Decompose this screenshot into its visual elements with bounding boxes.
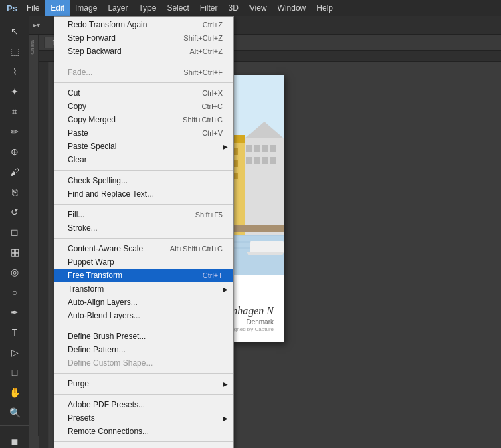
menu-item-step-forward[interactable]: Step Forward Shift+Ctrl+Z [54, 31, 233, 45]
edit-dropdown-menu: Redo Transform Again Ctrl+Z Step Forward… [54, 16, 234, 448]
menu-item-adobe-pdf-presets[interactable]: Adobe PDF Presets... [54, 398, 233, 411]
menu-image[interactable]: Image [70, 0, 102, 16]
menu-item-color-settings[interactable]: Color Settings... Shift+Ctrl+K [54, 445, 233, 448]
menu-item-presets[interactable]: Presets ▶ [54, 411, 233, 425]
zoom-tool[interactable]: 🔍 [0, 403, 29, 423]
svg-rect-73 [270, 157, 276, 164]
menu-section-color: Color Settings... Shift+Ctrl+K Assign Pr… [54, 444, 233, 448]
svg-rect-67 [254, 145, 260, 152]
lasso-tool[interactable]: ⌇ [0, 62, 29, 82]
menu-item-define-pattern[interactable]: Define Pattern... [54, 343, 233, 356]
toolbar: ↖ ⬚ ⌇ ✦ ⌗ ✏ ⊕ 🖌 ⎘ ↺ ◻ ▦ ◎ ○ ✒ T ▷ □ ✋ 🔍 … [0, 16, 29, 448]
brush-tool[interactable]: 🖌 [0, 162, 29, 182]
blur-tool[interactable]: ◎ [0, 262, 29, 282]
hand-tool[interactable]: ✋ [0, 382, 29, 403]
quick-select-tool[interactable]: ✦ [0, 82, 29, 102]
svg-rect-70 [246, 157, 252, 164]
menu-item-remote-connections[interactable]: Remote Connections... [54, 425, 233, 438]
divider-8 [54, 394, 233, 395]
menu-3d[interactable]: 3D [223, 0, 243, 16]
menu-item-fill[interactable]: Fill... Shift+F5 [54, 208, 233, 221]
menu-item-fade: Fade... Shift+Ctrl+F [54, 66, 233, 79]
menu-item-stroke[interactable]: Stroke... [54, 221, 233, 235]
divider-9 [54, 441, 233, 442]
menu-layer[interactable]: Layer [102, 0, 133, 16]
left-panel-strip: Chara [29, 35, 39, 436]
divider-5 [54, 238, 233, 239]
path-select-tool[interactable]: ▷ [0, 342, 29, 362]
clone-stamp-tool[interactable]: ⎘ [0, 182, 29, 202]
menu-item-paste[interactable]: Paste Ctrl+V [54, 126, 233, 140]
menu-item-content-aware-scale[interactable]: Content-Aware Scale Alt+Shift+Ctrl+C [54, 242, 233, 255]
menu-item-transform[interactable]: Transform ▶ [54, 282, 233, 296]
svg-rect-72 [262, 157, 268, 164]
svg-rect-71 [254, 157, 260, 164]
menu-bar: Ps File Edit Image Layer Type Select Fil… [0, 0, 501, 16]
menu-select[interactable]: Select [161, 0, 194, 16]
menu-item-auto-blend-layers[interactable]: Auto-Blend Layers... [54, 309, 233, 322]
marquee-tool[interactable]: ⬚ [0, 41, 29, 62]
foreground-color[interactable]: ■ [0, 432, 29, 448]
menu-edit[interactable]: Edit [45, 0, 70, 16]
svg-marker-77 [247, 252, 284, 255]
menu-item-puppet-warp[interactable]: Puppet Warp [54, 255, 233, 269]
svg-rect-66 [246, 145, 252, 152]
submenu-arrow-presets: ▶ [223, 415, 228, 422]
divider-4 [54, 204, 233, 205]
menu-item-step-backward[interactable]: Step Backward Alt+Ctrl+Z [54, 45, 233, 58]
menu-section-purge: Purge ▶ [54, 376, 233, 392]
menu-item-define-brush[interactable]: Define Brush Preset... [54, 330, 233, 343]
move-tool[interactable]: ↖ [0, 21, 29, 41]
menu-section-define: Define Brush Preset... Define Pattern...… [54, 328, 233, 371]
gradient-tool[interactable]: ▦ [0, 242, 29, 262]
menu-item-cut[interactable]: Cut Ctrl+X [54, 86, 233, 100]
menu-item-auto-align-layers[interactable]: Auto-Align Layers... [54, 296, 233, 309]
app-logo: Ps [3, 0, 21, 16]
svg-rect-65 [245, 138, 284, 235]
menu-item-define-custom-shape: Define Custom Shape... [54, 356, 233, 370]
menu-window[interactable]: Window [272, 0, 312, 16]
menu-item-redo-transform[interactable]: Redo Transform Again Ctrl+Z [54, 18, 233, 31]
menu-section-presets: Adobe PDF Presets... Presets ▶ Remote Co… [54, 397, 233, 439]
panel-label-char: Chara [29, 40, 37, 55]
menu-section-fade: Fade... Shift+Ctrl+F [54, 64, 233, 80]
menu-filter[interactable]: Filter [195, 0, 223, 16]
submenu-arrow-paste-special: ▶ [223, 143, 228, 150]
divider-7 [54, 373, 233, 374]
type-tool[interactable]: T [0, 322, 29, 342]
menu-section-text: Check Spelling... Find and Replace Text.… [54, 173, 233, 202]
eraser-tool[interactable]: ◻ [0, 222, 29, 242]
divider-1 [54, 62, 233, 62]
menu-file[interactable]: File [21, 0, 45, 16]
menu-item-paste-special[interactable]: Paste Special ▶ [54, 140, 233, 153]
menu-view[interactable]: View [244, 0, 272, 16]
menu-item-free-transform[interactable]: Free Transform Ctrl+T [54, 269, 233, 282]
svg-rect-69 [270, 145, 276, 152]
menu-help[interactable]: Help [311, 0, 338, 16]
menu-section-transform: Content-Aware Scale Alt+Shift+Ctrl+C Pup… [54, 241, 233, 324]
menu-item-copy-merged[interactable]: Copy Merged Shift+Ctrl+C [54, 113, 233, 126]
menu-section-undo: Redo Transform Again Ctrl+Z Step Forward… [54, 17, 233, 60]
menu-type[interactable]: Type [133, 0, 161, 16]
ruler-vertical [39, 62, 49, 448]
menu-item-purge[interactable]: Purge ▶ [54, 377, 233, 390]
menu-item-find-replace[interactable]: Find and Replace Text... [54, 187, 233, 201]
divider-2 [54, 82, 233, 83]
menu-item-check-spelling[interactable]: Check Spelling... [54, 174, 233, 187]
menu-section-fill: Fill... Shift+F5 Stroke... [54, 207, 233, 236]
menu-item-copy[interactable]: Copy Ctrl+C [54, 100, 233, 113]
eyedropper-tool[interactable]: ✏ [0, 122, 29, 142]
history-brush-tool[interactable]: ↺ [0, 202, 29, 222]
divider-3 [54, 170, 233, 171]
submenu-arrow-purge: ▶ [223, 380, 228, 388]
divider-6 [54, 326, 233, 326]
healing-brush-tool[interactable]: ⊕ [0, 142, 29, 162]
crop-tool[interactable]: ⌗ [0, 102, 29, 122]
shape-tool[interactable]: □ [0, 362, 29, 382]
submenu-arrow-transform: ▶ [223, 286, 228, 293]
pen-tool[interactable]: ✒ [0, 302, 29, 322]
menu-item-clear[interactable]: Clear [54, 153, 233, 166]
svg-rect-68 [262, 145, 268, 152]
options-content: ▸▾ [33, 21, 40, 29]
dodge-tool[interactable]: ○ [0, 282, 29, 302]
